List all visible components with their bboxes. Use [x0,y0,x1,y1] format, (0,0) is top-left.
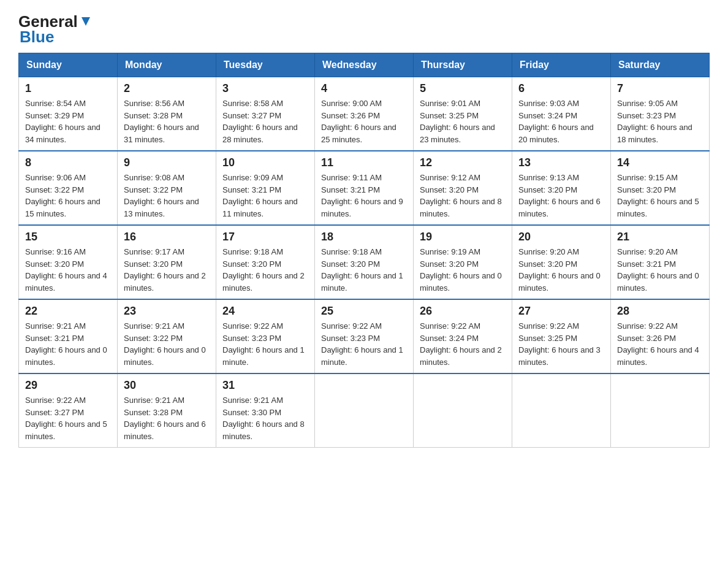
day-number: 28 [617,305,703,318]
calendar-cell: 30 Sunrise: 9:21 AMSunset: 3:28 PMDaylig… [118,373,216,448]
calendar-cell: 17 Sunrise: 9:18 AMSunset: 3:20 PMDaylig… [216,225,315,299]
logo: General Blue [18,12,93,47]
calendar-cell: 4 Sunrise: 9:00 AMSunset: 3:26 PMDayligh… [315,77,414,151]
col-header-friday: Friday [512,53,611,77]
calendar-cell [315,373,414,448]
day-info: Sunrise: 9:15 AMSunset: 3:20 PMDaylight:… [617,173,699,218]
calendar-cell: 11 Sunrise: 9:11 AMSunset: 3:21 PMDaylig… [315,151,414,225]
day-info: Sunrise: 9:18 AMSunset: 3:20 PMDaylight:… [222,247,305,293]
calendar-cell [512,373,611,448]
day-info: Sunrise: 9:00 AMSunset: 3:26 PMDaylight:… [321,99,396,144]
calendar-week-row: 1 Sunrise: 8:54 AMSunset: 3:29 PMDayligh… [19,77,710,151]
calendar-cell [611,373,710,448]
day-info: Sunrise: 9:16 AMSunset: 3:20 PMDaylight:… [25,247,107,293]
col-header-thursday: Thursday [414,53,512,77]
day-info: Sunrise: 9:17 AMSunset: 3:20 PMDaylight:… [124,247,206,293]
calendar-cell: 23 Sunrise: 9:21 AMSunset: 3:22 PMDaylig… [118,299,216,373]
calendar-cell: 31 Sunrise: 9:21 AMSunset: 3:30 PMDaylig… [216,373,315,448]
calendar-cell: 13 Sunrise: 9:13 AMSunset: 3:20 PMDaylig… [512,151,611,225]
day-number: 24 [222,305,308,318]
calendar-week-row: 22 Sunrise: 9:21 AMSunset: 3:21 PMDaylig… [19,299,710,373]
day-info: Sunrise: 9:08 AMSunset: 3:22 PMDaylight:… [124,173,199,218]
day-number: 31 [222,379,308,392]
calendar-cell: 29 Sunrise: 9:22 AMSunset: 3:27 PMDaylig… [19,373,118,448]
calendar-cell: 8 Sunrise: 9:06 AMSunset: 3:22 PMDayligh… [19,151,118,225]
calendar-cell: 3 Sunrise: 8:58 AMSunset: 3:27 PMDayligh… [216,77,315,151]
day-number: 2 [124,82,210,95]
calendar-cell: 18 Sunrise: 9:18 AMSunset: 3:20 PMDaylig… [315,225,414,299]
day-number: 7 [617,82,703,95]
calendar-cell: 15 Sunrise: 9:16 AMSunset: 3:20 PMDaylig… [19,225,118,299]
day-info: Sunrise: 9:18 AMSunset: 3:20 PMDaylight:… [321,247,403,293]
calendar-cell: 2 Sunrise: 8:56 AMSunset: 3:28 PMDayligh… [118,77,216,151]
day-info: Sunrise: 9:03 AMSunset: 3:24 PMDaylight:… [518,99,594,144]
day-number: 3 [222,82,308,95]
day-info: Sunrise: 9:13 AMSunset: 3:20 PMDaylight:… [518,173,601,218]
col-header-sunday: Sunday [19,53,118,77]
day-info: Sunrise: 9:22 AMSunset: 3:25 PMDaylight:… [518,321,601,367]
calendar-cell: 28 Sunrise: 9:22 AMSunset: 3:26 PMDaylig… [611,299,710,373]
calendar-week-row: 15 Sunrise: 9:16 AMSunset: 3:20 PMDaylig… [19,225,710,299]
day-number: 17 [222,231,308,243]
day-number: 8 [25,156,111,169]
day-number: 25 [321,305,407,318]
day-info: Sunrise: 9:21 AMSunset: 3:21 PMDaylight:… [25,321,107,367]
day-info: Sunrise: 9:22 AMSunset: 3:24 PMDaylight:… [420,321,502,367]
col-header-wednesday: Wednesday [315,53,414,77]
calendar-cell: 14 Sunrise: 9:15 AMSunset: 3:20 PMDaylig… [611,151,710,225]
calendar-cell: 21 Sunrise: 9:20 AMSunset: 3:21 PMDaylig… [611,225,710,299]
calendar-cell: 22 Sunrise: 9:21 AMSunset: 3:21 PMDaylig… [19,299,118,373]
calendar-cell [414,373,512,448]
day-number: 16 [124,231,210,243]
day-number: 9 [124,156,210,169]
calendar-cell: 7 Sunrise: 9:05 AMSunset: 3:23 PMDayligh… [611,77,710,151]
calendar-cell: 5 Sunrise: 9:01 AMSunset: 3:25 PMDayligh… [414,77,512,151]
day-info: Sunrise: 8:58 AMSunset: 3:27 PMDaylight:… [222,99,298,144]
day-number: 21 [617,231,703,243]
day-number: 15 [25,231,111,243]
calendar-table: SundayMondayTuesdayWednesdayThursdayFrid… [18,53,710,448]
day-number: 10 [222,156,308,169]
day-number: 23 [124,305,210,318]
day-info: Sunrise: 9:19 AMSunset: 3:20 PMDaylight:… [420,247,502,293]
day-number: 4 [321,82,407,95]
day-info: Sunrise: 9:22 AMSunset: 3:26 PMDaylight:… [617,321,699,367]
calendar-cell: 26 Sunrise: 9:22 AMSunset: 3:24 PMDaylig… [414,299,512,373]
day-number: 11 [321,156,407,169]
calendar-header-row: SundayMondayTuesdayWednesdayThursdayFrid… [19,53,710,77]
day-number: 19 [420,231,506,243]
calendar-cell: 10 Sunrise: 9:09 AMSunset: 3:21 PMDaylig… [216,151,315,225]
calendar-cell: 12 Sunrise: 9:12 AMSunset: 3:20 PMDaylig… [414,151,512,225]
day-number: 5 [420,82,506,95]
day-number: 14 [617,156,703,169]
day-info: Sunrise: 9:11 AMSunset: 3:21 PMDaylight:… [321,173,403,218]
day-info: Sunrise: 9:22 AMSunset: 3:23 PMDaylight:… [321,321,403,367]
day-number: 18 [321,231,407,243]
day-info: Sunrise: 9:22 AMSunset: 3:23 PMDaylight:… [222,321,305,367]
day-info: Sunrise: 9:20 AMSunset: 3:20 PMDaylight:… [518,247,601,293]
calendar-cell: 6 Sunrise: 9:03 AMSunset: 3:24 PMDayligh… [512,77,611,151]
calendar-cell: 9 Sunrise: 9:08 AMSunset: 3:22 PMDayligh… [118,151,216,225]
day-info: Sunrise: 9:21 AMSunset: 3:22 PMDaylight:… [124,321,206,367]
col-header-tuesday: Tuesday [216,53,315,77]
calendar-cell: 1 Sunrise: 8:54 AMSunset: 3:29 PMDayligh… [19,77,118,151]
day-info: Sunrise: 9:09 AMSunset: 3:21 PMDaylight:… [222,173,298,218]
day-info: Sunrise: 8:56 AMSunset: 3:28 PMDaylight:… [124,99,199,144]
day-info: Sunrise: 9:01 AMSunset: 3:25 PMDaylight:… [420,99,495,144]
day-info: Sunrise: 9:21 AMSunset: 3:30 PMDaylight:… [222,396,305,441]
day-number: 29 [25,379,111,392]
day-info: Sunrise: 9:12 AMSunset: 3:20 PMDaylight:… [420,173,502,218]
day-info: Sunrise: 9:20 AMSunset: 3:21 PMDaylight:… [617,247,699,293]
page-header: General Blue [18,12,710,47]
day-number: 12 [420,156,506,169]
calendar-cell: 20 Sunrise: 9:20 AMSunset: 3:20 PMDaylig… [512,225,611,299]
calendar-cell: 16 Sunrise: 9:17 AMSunset: 3:20 PMDaylig… [118,225,216,299]
day-info: Sunrise: 8:54 AMSunset: 3:29 PMDaylight:… [25,99,100,144]
calendar-cell: 27 Sunrise: 9:22 AMSunset: 3:25 PMDaylig… [512,299,611,373]
calendar-cell: 24 Sunrise: 9:22 AMSunset: 3:23 PMDaylig… [216,299,315,373]
logo-blue-text: Blue [20,28,54,47]
col-header-saturday: Saturday [611,53,710,77]
day-number: 13 [518,156,604,169]
day-number: 22 [25,305,111,318]
logo-arrow-icon [79,15,93,31]
